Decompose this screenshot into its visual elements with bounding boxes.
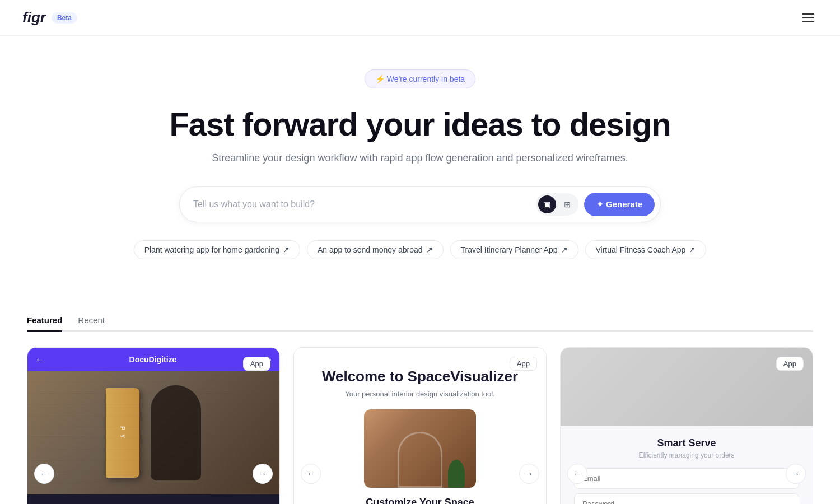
room-plant: [448, 460, 465, 488]
header: figr Beta: [0, 0, 840, 36]
card-smartserve-prev[interactable]: ←: [567, 464, 587, 484]
card-docudigitize-prev[interactable]: ←: [34, 464, 54, 484]
card-smartserve-inner: Smart Serve Efficiently managing your or…: [561, 348, 813, 504]
card-docudigitize-badge: App: [243, 357, 270, 371]
search-input[interactable]: [193, 199, 536, 209]
card-spacevisualizer-badge: App: [510, 357, 537, 371]
suggestion-plant-arrow: ↗: [283, 245, 290, 254]
card-smartserve: App ← → Smart Serve Efficiently managing…: [560, 347, 813, 504]
generate-button[interactable]: ✦ Generate: [584, 193, 655, 216]
hamburger-line-3: [802, 21, 814, 22]
hero-title: Fast forward your ideas to design: [22, 106, 818, 142]
view-toggle: ▣ ⊞: [536, 193, 578, 216]
spacevisualizer-subtitle: Your personal interior design visualizat…: [345, 390, 495, 398]
smartserve-password-input[interactable]: [574, 493, 799, 504]
docudigitize-image: P Y: [27, 371, 279, 494]
logo-area: figr Beta: [22, 9, 77, 26]
hero-section: ⚡ We're currently in beta Fast forward y…: [0, 36, 840, 310]
card-spacevisualizer-next[interactable]: →: [519, 464, 539, 484]
logo: figr: [22, 9, 46, 26]
suggestion-plant[interactable]: Plant watering app for home gardening ↗: [134, 240, 300, 259]
docudigitize-back-arrow[interactable]: ←: [35, 354, 44, 365]
tabs-section: Featured Recent: [0, 310, 840, 332]
grid-icon: ⊞: [564, 200, 571, 209]
card-docudigitize-next[interactable]: →: [253, 464, 273, 484]
smartserve-title: Smart Serve: [574, 437, 799, 449]
card-spacevisualizer-inner: Welcome to SpaceVisualizer Your personal…: [294, 348, 546, 504]
tab-recent[interactable]: Recent: [78, 310, 105, 332]
spacevisualizer-room-image: [364, 409, 476, 488]
suggestion-fitness-arrow: ↗: [689, 245, 696, 254]
tabs-bar: Featured Recent: [27, 310, 813, 332]
search-bar: ▣ ⊞ ✦ Generate: [179, 186, 661, 222]
docudigitize-footer: Capture: [27, 494, 279, 504]
suggestions-row: Plant watering app for home gardening ↗ …: [22, 240, 818, 259]
smartserve-tagline: Efficiently managing your orders: [574, 451, 799, 459]
mobile-icon: ▣: [543, 200, 550, 209]
smartserve-email-input[interactable]: [574, 468, 799, 489]
cards-row: App ← → ← DocuDigitize ⋯ P Y Capture App…: [0, 347, 840, 504]
suggestion-money-label: An app to send money abroad: [318, 245, 423, 254]
tab-featured[interactable]: Featured: [27, 310, 62, 332]
suggestion-fitness-label: Virtual Fitness Coach App: [596, 245, 686, 254]
suggestion-money-arrow: ↗: [426, 245, 433, 254]
room-arch: [398, 432, 442, 488]
card-spacevisualizer: App ← → Welcome to SpaceVisualizer Your …: [293, 347, 547, 504]
hero-subtitle: Streamline your design workflow with rap…: [22, 152, 818, 164]
card-smartserve-badge: App: [776, 357, 804, 371]
suggestion-fitness[interactable]: Virtual Fitness Coach App ↗: [585, 240, 707, 259]
smartserve-form: Smart Serve Efficiently managing your or…: [561, 426, 813, 504]
customize-title: Customize Your Space: [366, 497, 474, 504]
suggestion-travel-arrow: ↗: [561, 245, 568, 254]
hamburger-line-2: [802, 17, 814, 18]
card-smartserve-next[interactable]: →: [786, 464, 806, 484]
smartserve-top-image: [561, 348, 813, 426]
mobile-view-button[interactable]: ▣: [538, 195, 556, 213]
menu-button[interactable]: [799, 10, 818, 26]
suggestion-travel-label: Travel Itinerary Planner App: [461, 245, 558, 254]
suggestion-plant-label: Plant watering app for home gardening: [144, 245, 279, 254]
grid-view-button[interactable]: ⊞: [558, 195, 576, 213]
suggestion-money[interactable]: An app to send money abroad ↗: [307, 240, 444, 259]
card-docudigitize-inner: ← DocuDigitize ⋯ P Y Capture: [27, 348, 279, 504]
beta-badge: Beta: [52, 12, 77, 24]
suggestion-travel[interactable]: Travel Itinerary Planner App ↗: [450, 240, 578, 259]
card-docudigitize: App ← → ← DocuDigitize ⋯ P Y Capture: [27, 347, 280, 504]
hamburger-line-1: [802, 13, 814, 15]
card-spacevisualizer-prev[interactable]: ←: [301, 464, 321, 484]
beta-pill: ⚡ We're currently in beta: [365, 69, 475, 88]
docudigitize-title: DocuDigitize: [129, 355, 177, 364]
person-silhouette: [151, 385, 201, 480]
spacevisualizer-title: Welcome to SpaceVisualizer: [322, 368, 518, 385]
docudigitize-header: ← DocuDigitize ⋯: [27, 348, 279, 371]
